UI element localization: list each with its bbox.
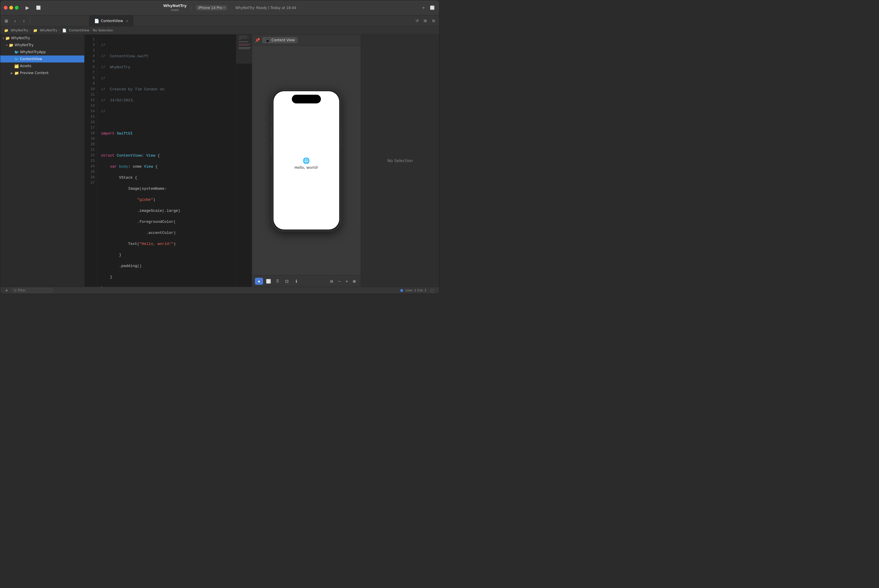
status-right: Line: 1 Col: 1 ⬚ bbox=[400, 287, 436, 294]
breadcrumb-file-icon: 📄 bbox=[61, 27, 68, 34]
svg-rect-2 bbox=[239, 38, 247, 39]
refresh-icon[interactable]: ↺ bbox=[414, 17, 421, 24]
inspector-icon[interactable]: ⬚ bbox=[429, 287, 436, 294]
breadcrumb-part-4[interactable]: No Selection bbox=[93, 28, 113, 32]
svg-rect-5 bbox=[239, 44, 250, 45]
svg-rect-3 bbox=[239, 39, 241, 40]
preview-header: 📌 📱 Content View bbox=[252, 34, 361, 46]
iphone-volume-up-button bbox=[271, 124, 272, 138]
toolbar-left: ⊞ ‹ › bbox=[3, 18, 87, 24]
info-button[interactable]: ℹ bbox=[292, 278, 300, 285]
line-numbers: 12345 678910 1112131415 1617181920 21222… bbox=[84, 34, 98, 287]
svg-rect-4 bbox=[239, 42, 248, 42]
build-status: WhyNotTry: Ready | Today at 18:44 bbox=[235, 6, 296, 10]
breadcrumb-tab-bar: iPhone 14 Pro ▾ bbox=[196, 5, 227, 10]
live-preview-button[interactable]: ● bbox=[255, 278, 263, 285]
add-file-button[interactable]: + bbox=[4, 288, 10, 293]
breadcrumb-folder-icon: 📁 bbox=[32, 27, 39, 34]
zoom-fill-button[interactable]: ⊕ bbox=[351, 278, 358, 284]
breadcrumb-back-button[interactable]: ‹ bbox=[11, 18, 19, 24]
close-button[interactable] bbox=[4, 6, 8, 10]
device-preview-button[interactable]: ⬜ bbox=[264, 278, 272, 285]
sidebar-item-preview-content[interactable]: ▶ 📁 Preview Content bbox=[0, 69, 84, 76]
tab-bar: 📄 ContentView ✕ bbox=[88, 15, 412, 26]
toolbar-separator bbox=[30, 18, 30, 24]
minimize-button[interactable] bbox=[9, 6, 13, 10]
editor-area: 12345 678910 1112131415 1617181920 21222… bbox=[84, 34, 252, 287]
project-branch: main bbox=[171, 8, 179, 12]
hello-world-text: Hello, world! bbox=[295, 165, 318, 170]
filter-box[interactable]: ⊙ Filter bbox=[12, 288, 53, 293]
filter-label: Filter bbox=[18, 288, 26, 292]
sidebar: ▾ 📁 WhyNotTry ▾ 📁 WhyNotTry ▶ 🐦 WhyNotTr… bbox=[0, 34, 84, 287]
disclosure-icon: ▾ bbox=[3, 37, 4, 40]
grid-view-button[interactable]: ⠿ bbox=[273, 278, 282, 285]
add-icon[interactable]: + bbox=[420, 4, 427, 11]
pin-icon[interactable]: 📌 bbox=[255, 38, 260, 42]
sidebar-item-whynottry-root[interactable]: ▾ 📁 WhyNotTry bbox=[0, 34, 84, 42]
iphone-silent-button bbox=[271, 113, 272, 122]
breadcrumb-part-2[interactable]: WhyNotTry bbox=[40, 28, 57, 32]
inspector-panel: No Selection bbox=[361, 34, 439, 287]
preview-title: Content View bbox=[272, 38, 295, 42]
iphone-power-button bbox=[341, 128, 342, 148]
breadcrumb-part-1[interactable]: WhyNotTry bbox=[11, 28, 28, 32]
tab-close-icon[interactable]: ✕ bbox=[126, 20, 128, 22]
folder-icon: 📁 bbox=[9, 43, 14, 47]
sidebar-item-contentview[interactable]: ▶ 🐦 ContentView bbox=[0, 56, 84, 63]
code-content[interactable]: // // ContentView.swift // WhyNotTry // … bbox=[98, 34, 236, 287]
sidebar-item-label: WhyNotTryApp bbox=[20, 50, 46, 54]
titlebar-center: WhyNotTry main | iPhone 14 Pro ▾ WhyNotT… bbox=[44, 3, 415, 12]
sidebar-item-app[interactable]: ▶ 🐦 WhyNotTryApp bbox=[0, 48, 84, 56]
breadcrumb-project-icon: 📁 bbox=[3, 27, 10, 34]
assistant-editor-icon[interactable]: ⧉ bbox=[430, 17, 437, 24]
assets-icon: 🗂️ bbox=[14, 64, 19, 68]
status-indicator bbox=[400, 289, 403, 292]
file-icon: 🐦 bbox=[14, 50, 19, 54]
tab-label: ContentView bbox=[101, 19, 123, 23]
zoom-fit-button[interactable]: ⊖ bbox=[328, 278, 335, 284]
status-bar: + ⊙ Filter Line: 1 Col: 1 ⬚ bbox=[0, 287, 439, 294]
iphone-volume-down-button bbox=[271, 141, 272, 154]
svg-rect-6 bbox=[239, 45, 249, 46]
sidebar-item-label: Preview Content bbox=[20, 71, 48, 75]
folder-icon: 📁 bbox=[5, 36, 10, 40]
maximize-button[interactable] bbox=[15, 6, 19, 10]
preview-tools-right: ⊖ − + ⊕ bbox=[328, 278, 358, 284]
svg-rect-8 bbox=[239, 48, 250, 49]
inspector-toggle-icon[interactable]: ⬜ bbox=[429, 4, 436, 11]
sidebar-item-whynottry-group[interactable]: ▾ 📁 WhyNotTry bbox=[0, 42, 84, 48]
device-name: iPhone 14 Pro bbox=[198, 6, 222, 10]
code-editor[interactable]: 12345 678910 1112131415 1617181920 21222… bbox=[84, 34, 236, 287]
file-icon: 🐦 bbox=[14, 57, 19, 61]
titlebar: ▶ ⬜ WhyNotTry main | iPhone 14 Pro ▾ Why… bbox=[0, 0, 439, 15]
duplicate-view-button[interactable]: ⊡ bbox=[283, 278, 291, 285]
folder-icon: 📁 bbox=[14, 71, 19, 75]
preview-toolbar: ● ⬜ ⠿ ⊡ ℹ ⊖ − + ⊕ bbox=[252, 275, 361, 287]
preview-title-button[interactable]: 📱 Content View bbox=[262, 37, 298, 43]
sidebar-toggle-icon[interactable]: ⬜ bbox=[35, 4, 42, 11]
zoom-in-button[interactable]: + bbox=[343, 278, 350, 284]
sidebar-item-label: Assets bbox=[20, 64, 32, 68]
device-selector[interactable]: iPhone 14 Pro ▾ bbox=[196, 5, 227, 10]
iphone-screen: 🌐 Hello, world! bbox=[273, 91, 339, 230]
toolbar: ⊞ ‹ › 📄 ContentView ✕ ↺ ⊞ ⧉ bbox=[0, 15, 439, 26]
run-button[interactable]: ▶ bbox=[23, 4, 32, 11]
split-editor-icon[interactable]: ⊞ bbox=[422, 17, 429, 24]
editor-main: 12345 678910 1112131415 1617181920 21222… bbox=[84, 34, 252, 287]
minimap[interactable] bbox=[236, 34, 252, 287]
preview-panel: 📌 📱 Content View 🌐 Hello, bbox=[252, 34, 361, 287]
breadcrumb-part-3[interactable]: ContentView bbox=[69, 28, 89, 32]
disclosure-icon: ▾ bbox=[6, 44, 8, 47]
zoom-out-button[interactable]: − bbox=[336, 278, 343, 284]
svg-rect-0 bbox=[239, 36, 247, 36]
contentview-tab[interactable]: 📄 ContentView ✕ bbox=[89, 15, 134, 26]
navigator-toggle-button[interactable]: ⊞ bbox=[3, 18, 10, 24]
breadcrumb-forward-button[interactable]: › bbox=[20, 18, 28, 24]
breadcrumb-sep-1: › bbox=[29, 28, 30, 32]
preview-device-icon: 📱 bbox=[265, 38, 270, 42]
project-name: WhyNotTry bbox=[163, 3, 186, 8]
sidebar-item-assets[interactable]: ▶ 🗂️ Assets bbox=[0, 63, 84, 69]
sidebar-item-label: WhyNotTry bbox=[15, 43, 33, 47]
minimap-svg bbox=[236, 34, 252, 93]
